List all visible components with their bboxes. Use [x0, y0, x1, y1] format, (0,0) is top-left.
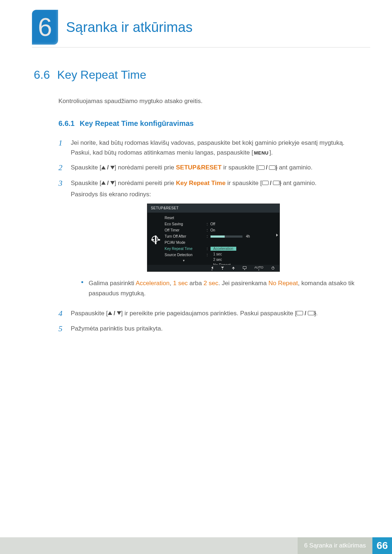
- subsection-title: Key Repeat Time konfigūravimas: [79, 119, 193, 128]
- step-body: Jei norite, kad būtų rodomas klavišų vad…: [71, 138, 356, 157]
- osd-row-krt: Key Repeat Time: [165, 246, 207, 252]
- osd-row-eco: Eco Saving: [165, 221, 207, 227]
- section-heading: 6.6 Key Repeat Time: [34, 68, 356, 82]
- up-down-icon: /: [101, 163, 114, 172]
- step-2: 2 Spauskite [/] norėdami pereiti prie SE…: [58, 163, 356, 173]
- step-text: ] ir pereikite prie pageidaujamos parink…: [121, 310, 297, 317]
- step-number: 5: [58, 324, 65, 334]
- step-1: 1 Jei norite, kad būtų rodomas klavišų v…: [58, 138, 356, 157]
- highlight-norepeat: No Repeat: [268, 280, 298, 287]
- highlight-setup-reset: SETUP&RESET: [176, 164, 222, 171]
- highlight-key-repeat-time: Key Repeat Time: [176, 180, 226, 186]
- section-intro: Kontroliuojamas spaudžiamo mygtuko atsak…: [58, 98, 356, 105]
- bullet-icon: ●: [81, 278, 83, 298]
- step-number: 3: [58, 178, 65, 303]
- subsection-number: 6.6.1: [58, 119, 74, 128]
- section-title: Key Repeat Time: [57, 68, 146, 82]
- osd-dropdown-item: 1 sec: [211, 251, 234, 257]
- source-enter-icon: /: [297, 309, 314, 318]
- step-5: 5 Pažymėta parinktis bus pritaikyta.: [58, 324, 356, 334]
- step-text: ] norėdami pereiti prie: [115, 180, 176, 186]
- step-text: ] ant gaminio.: [275, 164, 313, 171]
- osd-dropdown-item: 2 sec: [211, 257, 234, 262]
- osd-row-offtimer: Off Timer: [165, 227, 207, 233]
- screenshot-caption: Pasirodys šis ekrano rodinys:: [71, 189, 356, 199]
- step-text: Paspauskite [: [71, 310, 108, 317]
- step-text: ir spauskite [: [225, 180, 262, 186]
- highlight-2sec: 2 sec: [204, 280, 219, 287]
- osd-row-src: Source Detection: [165, 252, 207, 258]
- osd-row-pcav: PC/AV Mode: [165, 240, 207, 246]
- osd-val-offtimer: On: [211, 227, 215, 233]
- main-content: 6.6 Key Repeat Time Kontroliuojamas spau…: [34, 68, 356, 339]
- footer-spacer: [0, 537, 298, 554]
- step-body: Paspauskite [/] ir pereikite prie pageid…: [71, 308, 356, 319]
- bullet-text: Galima pasirinkti Acceleration, 1 sec ar…: [89, 278, 356, 298]
- osd-slider: [211, 235, 242, 238]
- step-body: Pažymėta parinktis bus pritaikyta.: [71, 324, 356, 334]
- osd-bottombar: AUTO: [147, 265, 279, 271]
- up-down-icon: /: [108, 309, 121, 318]
- osd-nav-left-icon: [211, 266, 213, 270]
- osd-val-turnoff: 4h: [246, 234, 250, 239]
- step-number: 2: [58, 163, 65, 173]
- step-text: Jei norite, kad būtų rodomas klavišų vad…: [71, 139, 344, 156]
- step-body: Spauskite [/] norėdami pereiti prie SETU…: [71, 163, 356, 173]
- source-enter-icon: /: [262, 178, 279, 188]
- steps-list: 1 Jei norite, kad būtų rodomas klavišų v…: [58, 138, 356, 334]
- osd-body: Reset Eco Saving:Off Off Timer:On Turn O…: [147, 213, 279, 266]
- step-text: ir spauskite [: [221, 164, 258, 171]
- osd-nav-up-icon: [232, 267, 235, 270]
- osd-val-eco: Off: [211, 221, 215, 227]
- osd-nav-enter-icon: [243, 266, 246, 270]
- step-text: ].: [269, 149, 273, 156]
- osd-nav-down-icon: [221, 267, 224, 270]
- highlight-acceleration: Acceleration: [136, 280, 170, 287]
- step-text: ] norėdami pereiti prie: [115, 164, 176, 171]
- osd-dropdown-selected: Acceleration: [211, 247, 236, 251]
- menu-icon: MENU: [253, 149, 269, 157]
- osd-row-turnoff: Turn Off After: [165, 234, 207, 239]
- step-text: Spauskite [: [71, 180, 101, 186]
- osd-nav-auto: AUTO: [254, 266, 264, 270]
- subsection-heading: 6.6.1 Key Repeat Time konfigūravimas: [58, 119, 356, 128]
- step-4: 4 Paspauskite [/] ir pereikite prie page…: [58, 308, 356, 319]
- page-footer: 6 Sąranka ir atkūrimas 66: [0, 537, 392, 554]
- osd-menu: Reset Eco Saving:Off Off Timer:On Turn O…: [163, 213, 279, 266]
- osd-icon-column: [147, 213, 163, 266]
- step-body: Spauskite [/] norėdami pereiti prie Key …: [71, 178, 356, 303]
- footer-chapter-label: 6 Sąranka ir atkūrimas: [298, 537, 372, 554]
- header-divider: [32, 47, 370, 48]
- osd-screenshot: SETUP&RESET Reset Eco Saving:Off Off Tim…: [147, 204, 280, 272]
- step-text: ] ant gaminio.: [279, 180, 317, 186]
- footer-page-number: 66: [372, 537, 392, 554]
- step-number: 1: [58, 138, 65, 157]
- step-3: 3 Spauskite [/] norėdami pereiti prie Ke…: [58, 178, 356, 303]
- osd-row-reset: Reset: [165, 215, 207, 221]
- osd-right-arrow-icon: [276, 234, 278, 237]
- chapter-title: Sąranka ir atkūrimas: [66, 20, 192, 35]
- up-down-icon: /: [101, 178, 114, 188]
- step-number: 4: [58, 308, 65, 319]
- osd-nav-power-icon: [271, 267, 274, 270]
- bullet-note: ● Galima pasirinkti Acceleration, 1 sec …: [81, 278, 356, 298]
- section-number: 6.6: [34, 68, 50, 82]
- step-text: Spauskite [: [71, 164, 101, 171]
- osd-title: SETUP&RESET: [147, 204, 279, 213]
- page-header: 6 Sąranka ir atkūrimas: [32, 7, 370, 47]
- gear-icon: [152, 236, 158, 242]
- chapter-number-badge: 6: [32, 10, 58, 45]
- source-enter-icon: /: [258, 163, 275, 172]
- highlight-1sec: 1 sec: [173, 280, 188, 287]
